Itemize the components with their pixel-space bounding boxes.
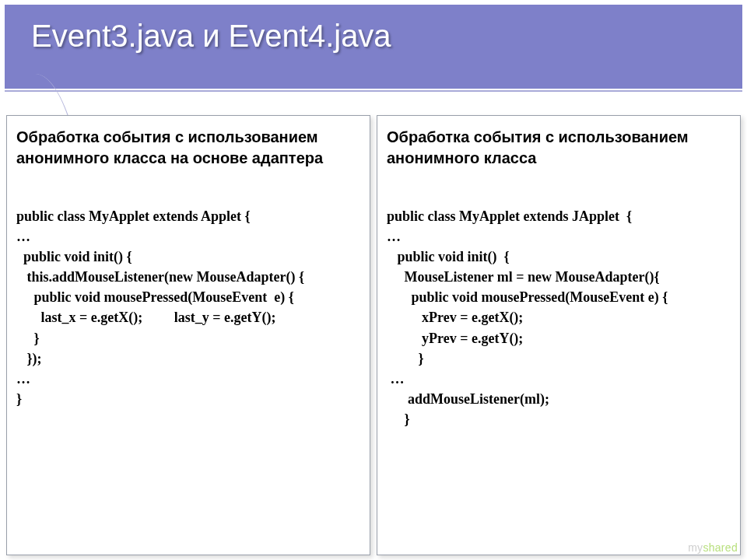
watermark-my: my (688, 541, 703, 554)
slide-title: Event3.java и Event4.java (31, 19, 391, 54)
left-column: Обработка события с использованием анони… (6, 115, 370, 555)
watermark: myshared (688, 541, 738, 554)
content-area: Обработка события с использованием анони… (5, 115, 742, 555)
left-code: public class MyApplet extends Applet { …… (16, 206, 360, 409)
slide: Event3.java и Event4.java Обработка собы… (0, 0, 747, 560)
header-divider (5, 89, 742, 92)
right-column: Обработка события с использованием анони… (377, 115, 741, 555)
right-description: Обработка события с использованием анони… (387, 127, 731, 169)
watermark-shared: shared (703, 541, 738, 554)
right-code: public class MyApplet extends JApplet { … (387, 206, 731, 429)
left-description: Обработка события с использованием анони… (16, 127, 360, 169)
